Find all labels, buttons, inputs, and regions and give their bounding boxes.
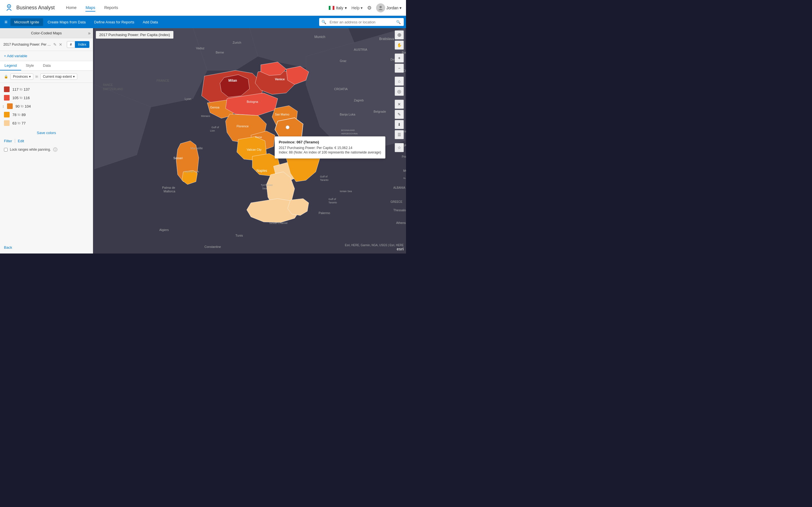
legend-min-5: 63: [12, 121, 16, 125]
main-layout: Color-Coded Maps » 2017 Purchasing Power…: [0, 28, 406, 253]
provinces-dropdown[interactable]: Provinces ▾: [10, 73, 33, 80]
svg-text:Mallorca: Mallorca: [163, 189, 175, 193]
legend-swatch-3: [7, 103, 13, 109]
nav-home[interactable]: Home: [66, 4, 77, 11]
svg-text:Bologna: Bologna: [247, 100, 258, 103]
toggle-index-button[interactable]: Index: [75, 41, 89, 48]
svg-text:HERZEGOVINA: HERZEGOVINA: [341, 132, 358, 135]
tooltip-title: Province: 067 (Teramo): [279, 140, 381, 144]
legend-range-2: 105 to 116: [12, 96, 30, 100]
settings-icon[interactable]: ⚙: [367, 5, 371, 11]
tab-legend[interactable]: Legend: [0, 61, 21, 70]
legend-max-5: 77: [21, 121, 26, 125]
variable-name: 2017 Purchasing Power: Per Capita (Ind..…: [3, 43, 51, 47]
extent-label: Current map extent: [43, 75, 72, 78]
toggle-number-button[interactable]: #: [67, 41, 75, 48]
zoom-in-button[interactable]: +: [395, 54, 404, 62]
country-name: Italy: [336, 6, 343, 10]
lock-ranges-checkbox[interactable]: [4, 148, 8, 152]
svg-text:Sicilian Channel: Sicilian Channel: [269, 222, 288, 224]
tabs-row: Legend Style Data: [0, 61, 93, 71]
in-label: in: [36, 75, 38, 78]
details-button[interactable]: ☆: [395, 143, 404, 152]
svg-text:GREECE: GREECE: [391, 200, 403, 203]
sort-icon[interactable]: ↕: [2, 104, 4, 108]
legend-swatch-4: [4, 112, 10, 117]
country-chevron-icon: ▾: [345, 6, 347, 10]
variable-edit-button[interactable]: ✎: [53, 42, 57, 47]
esri-credit: Esri, HERE, Garmin, NGA, USGS | Esri, HE…: [345, 244, 404, 251]
edit-map-button[interactable]: ✎: [395, 110, 404, 119]
help-label: Help: [351, 6, 359, 10]
variable-close-button[interactable]: ✕: [59, 42, 62, 47]
svg-text:CROATIA: CROATIA: [334, 87, 348, 91]
svg-text:Athens: Athens: [396, 221, 406, 224]
svg-text:Taranto: Taranto: [320, 179, 328, 181]
provinces-chevron-icon: ▾: [29, 75, 31, 78]
legend-to-5: to: [17, 121, 20, 125]
search-icon: 🔍: [319, 18, 328, 26]
close-button[interactable]: ✕: [395, 100, 404, 109]
tab-style[interactable]: Style: [21, 61, 38, 70]
toolbar-add-data-button[interactable]: Add Data: [139, 18, 162, 26]
svg-text:RANCE: RANCE: [103, 83, 113, 87]
svg-text:Sea: Sea: [262, 187, 267, 190]
svg-text:Munich: Munich: [314, 35, 325, 39]
svg-text:ALBANIA: ALBANIA: [393, 186, 405, 189]
filter-edit-row: Filter | Edit: [0, 136, 93, 146]
svg-text:Zagreb: Zagreb: [354, 99, 364, 102]
map-area[interactable]: Munich Zurich Berne Vaduz Bratislava AUS…: [93, 28, 406, 253]
toolbar-microsoft-ignite-button[interactable]: Microsoft Ignite: [10, 18, 43, 26]
menu-toggle-button[interactable]: ≡: [2, 17, 10, 27]
legend-controls: 🔒 Provinces ▾ in Current map extent ▾: [0, 71, 93, 83]
tooltip-line1: 2017 Purchasing Power: Per Capita: € 15,…: [279, 146, 381, 150]
search-submit-button[interactable]: 🔍: [393, 18, 404, 26]
add-variable-button[interactable]: + Add variable: [0, 51, 93, 61]
extent-dropdown[interactable]: Current map extent ▾: [40, 73, 77, 80]
edit-button[interactable]: Edit: [18, 139, 24, 143]
home-extent-button[interactable]: ⌂: [395, 76, 404, 86]
nav-maps[interactable]: Maps: [86, 4, 95, 11]
svg-text:San Marino: San Marino: [275, 113, 290, 116]
svg-text:Constantine: Constantine: [204, 245, 221, 248]
svg-text:Algiers: Algiers: [159, 228, 169, 231]
svg-text:Gulf of: Gulf of: [320, 175, 327, 178]
nav-links: Home Maps Reports: [66, 4, 329, 11]
svg-text:Gulf of: Gulf of: [328, 198, 336, 201]
legend-items: 117 to 137 105 to 116 ↕ 90 to: [0, 83, 93, 129]
svg-text:Florence: Florence: [237, 124, 249, 128]
toolbar-define-areas-button[interactable]: Define Areas for Reports: [90, 18, 138, 26]
svg-text:Monaco: Monaco: [201, 115, 210, 117]
hand-tool-button[interactable]: ✋: [395, 41, 404, 50]
legend-max-2: 116: [24, 96, 30, 100]
svg-text:Taranto: Taranto: [328, 201, 337, 204]
legend-swatch-5: [4, 120, 10, 126]
help-chevron-icon: ▾: [361, 6, 363, 10]
panel-collapse-button[interactable]: »: [88, 31, 91, 36]
legend-min-2: 105: [12, 96, 18, 100]
toolbar-create-maps-button[interactable]: Create Maps from Data: [44, 18, 90, 26]
svg-text:Zurich: Zurich: [233, 41, 241, 44]
info-icon[interactable]: ⓘ: [53, 147, 57, 152]
export-button[interactable]: ⬇: [395, 120, 404, 129]
locate-button[interactable]: ◎: [395, 87, 404, 96]
nav-reports[interactable]: Reports: [104, 4, 118, 11]
legend-min-4: 78: [12, 113, 16, 117]
country-selector[interactable]: Italy ▾: [329, 6, 347, 10]
legend-range-3: 90 to 104: [15, 104, 31, 108]
svg-text:Milan: Milan: [229, 78, 237, 82]
user-menu[interactable]: Jordan ▾: [376, 3, 402, 12]
tab-data[interactable]: Data: [38, 61, 55, 70]
legend-max-3: 104: [24, 104, 31, 108]
save-colors-button[interactable]: Save colors: [0, 129, 93, 136]
filter-button[interactable]: Filter: [4, 139, 12, 143]
legend-to-2: to: [20, 96, 22, 100]
compass-button[interactable]: ⊕: [395, 31, 404, 40]
svg-text:Naples: Naples: [257, 169, 267, 173]
list-button[interactable]: ☰: [395, 130, 404, 139]
back-button[interactable]: Back: [4, 245, 89, 249]
zoom-out-button[interactable]: −: [395, 64, 404, 73]
legend-item-1: 117 to 137: [4, 85, 89, 94]
help-menu[interactable]: Help ▾: [351, 6, 363, 10]
address-search-input[interactable]: [328, 18, 393, 26]
